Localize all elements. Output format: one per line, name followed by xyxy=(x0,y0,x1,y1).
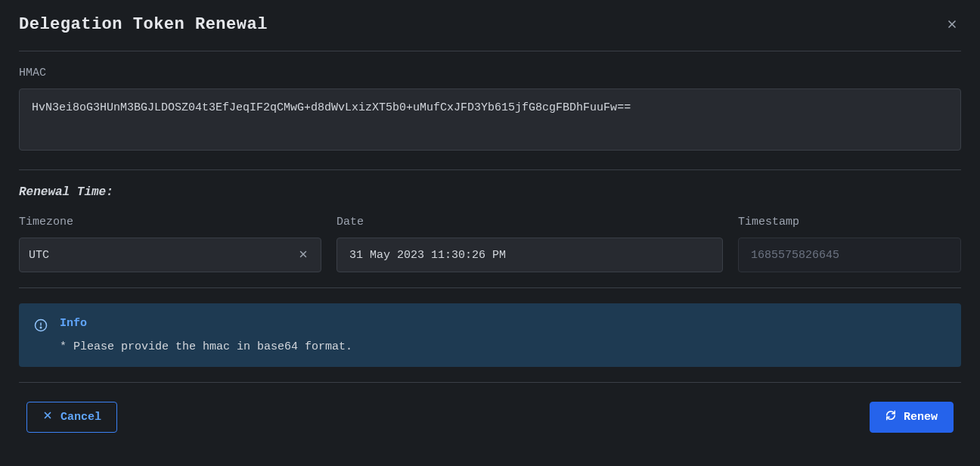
hmac-input[interactable]: HvN3ei8oG3HUnM3BGJLDOSZ04t3EfJeqIF2qCMwG… xyxy=(19,89,961,151)
divider xyxy=(19,382,961,383)
modal-title: Delegation Token Renewal xyxy=(19,15,268,34)
info-title: Info xyxy=(60,317,946,330)
timestamp-label: Timestamp xyxy=(738,216,961,228)
timestamp-field-group: Timestamp xyxy=(738,216,961,272)
modal-header: Delegation Token Renewal xyxy=(19,15,961,51)
delegation-token-renewal-modal: Delegation Token Renewal HMAC HvN3ei8oG3… xyxy=(0,0,980,448)
timestamp-input xyxy=(738,238,961,272)
info-text: * Please provide the hmac in base64 form… xyxy=(60,340,946,353)
info-box: Info * Please provide the hmac in base64… xyxy=(19,303,961,367)
timezone-value[interactable] xyxy=(29,249,295,262)
close-icon xyxy=(42,410,53,424)
renewal-time-row: Timezone Date Timestamp xyxy=(19,216,961,272)
divider xyxy=(19,287,961,288)
cancel-button[interactable]: Cancel xyxy=(26,402,117,433)
cancel-label: Cancel xyxy=(60,411,101,424)
info-icon xyxy=(34,318,48,353)
date-input[interactable] xyxy=(336,238,723,272)
svg-point-6 xyxy=(40,327,42,328)
hmac-label: HMAC xyxy=(19,67,961,79)
info-content: Info * Please provide the hmac in base64… xyxy=(60,317,946,353)
timezone-select[interactable] xyxy=(19,238,321,272)
hmac-field-group: HMAC HvN3ei8oG3HUnM3BGJLDOSZ04t3EfJeqIF2… xyxy=(19,67,961,154)
timezone-clear-button[interactable] xyxy=(295,246,312,265)
divider xyxy=(19,169,961,170)
renew-button[interactable]: Renew xyxy=(870,402,954,433)
renewal-time-heading: Renewal Time: xyxy=(19,185,961,199)
close-icon xyxy=(298,249,309,262)
renew-label: Renew xyxy=(904,411,938,424)
close-icon xyxy=(946,18,958,34)
timezone-label: Timezone xyxy=(19,216,321,228)
date-field-group: Date xyxy=(336,216,723,272)
close-button[interactable] xyxy=(943,15,961,37)
modal-footer: Cancel Renew xyxy=(19,402,961,433)
timezone-field-group: Timezone xyxy=(19,216,321,272)
date-label: Date xyxy=(336,216,723,228)
refresh-icon xyxy=(885,410,896,424)
